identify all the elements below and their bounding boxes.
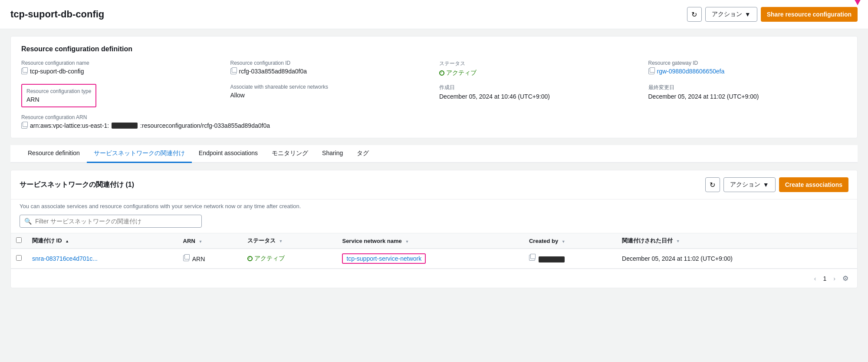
tab-monitoring[interactable]: モニタリング [265,145,315,163]
arn-redacted [112,123,138,129]
tab-sharing[interactable]: Sharing [315,145,350,163]
arn-row: Resource configuration ARN arn:aws:vpc-l… [21,114,847,129]
actions-button[interactable]: アクション ▼ [705,7,757,22]
share-resource-button[interactable]: Share resource configuration [761,7,858,22]
create-associations-button[interactable]: Create associations [779,177,848,192]
main-content: Resource configuration definition Resour… [0,29,868,295]
tab-service-network[interactable]: サービスネットワークの関連付け [87,145,192,163]
id-value: rcfg-033a855ad89da0f0a [230,68,429,75]
col-date: 関連付けされた日付 ▼ [617,233,857,249]
type-box: Resource configuration type ARN [21,84,96,107]
arn-copy-icon[interactable] [183,255,189,261]
id-copy-icon[interactable] [230,68,237,74]
search-icon: 🔍 [24,218,32,225]
field-last-modified: 最終変更日 December 05, 2024 at 11:02 (UTC+9:… [648,84,847,107]
refresh-icon: ↻ [710,181,715,189]
sort-service-network[interactable]: ▼ [405,239,409,244]
associate-value: Allow [230,92,429,99]
select-all-checkbox[interactable] [16,237,22,243]
search-input[interactable] [35,218,197,225]
gateway-value[interactable]: rgw-09880d88606650efa [648,68,847,75]
associations-actions-button[interactable]: アクション ▼ [723,177,776,192]
header-actions: ↻ アクション ▼ Share resource configuration [687,7,858,22]
name-value: tcp-suport-db-config [21,68,220,75]
sort-arn[interactable]: ▼ [198,239,202,244]
tab-resource-definition[interactable]: Resource definition [21,145,87,163]
row-date: December 05, 2024 at 11:02 (UTC+9:00) [617,249,857,269]
created-by-copy-icon[interactable] [529,255,535,261]
arn-label: Resource configuration ARN [21,114,847,120]
name-copy-icon[interactable] [21,68,27,74]
arrow-annotation [853,0,862,5]
search-bar[interactable]: 🔍 [20,215,202,228]
associate-label: Associate with shareable service network… [230,84,429,90]
section-actions: ↻ アクション ▼ Create associations [705,177,848,192]
status-label: ステータス [439,60,638,67]
associations-card: サービスネットワークの関連付け (1) ↻ アクション ▼ Create ass… [10,170,858,288]
field-associate: Associate with shareable service network… [230,84,429,107]
field-type: Resource configuration type ARN [21,84,220,107]
id-label: Resource configuration ID [230,60,429,66]
sort-down-icon: ▼ [405,239,409,244]
definition-grid: Resource configuration name tcp-suport-d… [21,60,847,107]
row-checkbox[interactable] [16,255,22,261]
col-arn: ARN ▼ [178,233,242,249]
pagination: ‹ 1 › ⚙ [11,269,857,288]
tab-endpoint-associations[interactable]: Endpoint associations [192,145,265,163]
col-service-network: Service network name ▼ [337,233,524,249]
gateway-copy-icon[interactable] [648,68,654,74]
chevron-down-icon: ▼ [745,11,751,18]
created-label: 作成日 [439,84,638,91]
field-created: 作成日 December 05, 2024 at 10:46 (UTC+9:00… [439,84,638,107]
row-created-by [524,249,617,269]
sort-down-icon: ▼ [676,239,680,243]
sort-up-icon: ▲ [65,239,69,243]
page-next-button[interactable]: › [830,273,839,284]
last-mod-value: December 05, 2024 at 11:02 (UTC+9:00) [648,93,847,100]
created-value: December 05, 2024 at 10:46 (UTC+9:00) [439,93,638,100]
settings-button[interactable]: ⚙ [841,272,850,284]
col-created-by: Created by ▼ [524,233,617,249]
definition-card: Resource configuration definition Resour… [10,36,858,138]
page-prev-button[interactable]: ‹ [811,273,820,284]
chevron-down-icon: ▼ [763,181,769,188]
name-label: Resource configuration name [21,60,220,66]
associations-table: 関連付け ID ▲ ARN ▼ ステータス ▼ [11,233,857,269]
status-icon [439,70,444,76]
associations-refresh-button[interactable]: ↻ [705,177,720,192]
created-by-redacted [539,256,565,262]
sort-down-icon: ▼ [198,239,202,244]
sort-down-icon: ▼ [562,239,566,244]
table-row: snra-083716ce4d701c... ARN アクティブ [11,249,857,269]
tab-tags[interactable]: タグ [350,145,376,163]
page-number: 1 [822,275,829,282]
sort-down-icon: ▼ [279,239,283,243]
refresh-icon: ↻ [691,10,697,19]
definition-title: Resource configuration definition [21,45,847,53]
row-checkbox-cell [11,249,27,269]
sort-created-by[interactable]: ▼ [562,239,566,244]
refresh-button[interactable]: ↻ [687,7,702,22]
last-mod-label: 最終変更日 [648,84,847,91]
page-header: tcp-suport-db-config ↻ アクション ▼ Share res… [0,0,868,29]
row-arn: ARN [178,249,242,269]
col-assoc-id: 関連付け ID ▲ [27,233,178,249]
section-title: サービスネットワークの関連付け (1) [20,180,134,189]
actions-label: アクション [712,10,742,18]
field-name: Resource configuration name tcp-suport-d… [21,60,220,77]
table-header-row: 関連付け ID ▲ ARN ▼ ステータス ▼ [11,233,857,249]
arn-value: arn:aws:vpc-lattice:us-east-1: :resource… [21,122,847,129]
service-network-link[interactable]: tcp-support-service-network [346,255,421,262]
row-assoc-id: snra-083716ce4d701c... [27,249,178,269]
row-service-network: tcp-support-service-network [337,249,524,269]
arn-copy-icon[interactable] [21,123,27,129]
sort-assoc-id[interactable]: ▲ [65,239,69,243]
assoc-id-link[interactable]: snra-083716ce4d701c... [32,255,98,262]
section-description: You can associate services and resource … [11,199,857,215]
select-all-cell [11,233,27,249]
sort-date[interactable]: ▼ [676,239,680,243]
sort-status[interactable]: ▼ [279,239,283,243]
field-status: ステータス アクティブ [439,60,638,77]
page-title: tcp-suport-db-config [10,9,104,20]
row-status-value: アクティブ [247,255,332,262]
